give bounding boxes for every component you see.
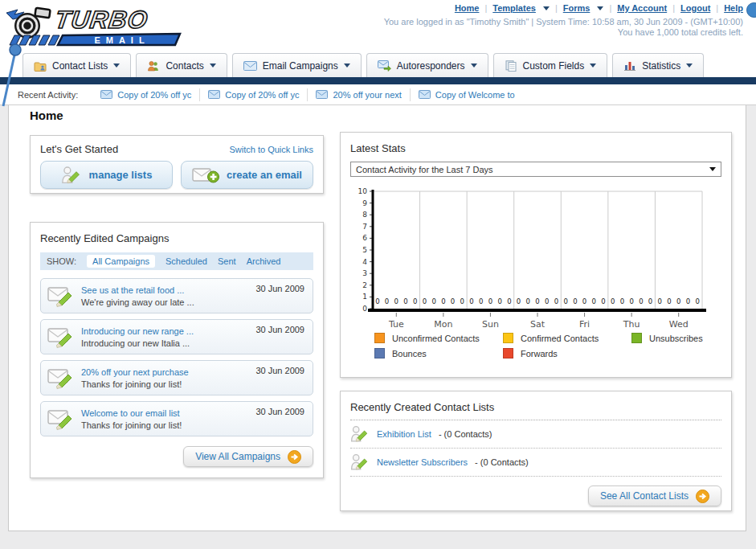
campaign-title-link[interactable]: See us at the retail food ...	[81, 285, 184, 295]
svg-text:0: 0	[592, 297, 596, 305]
campaign-title-link[interactable]: Introducing our new range ...	[81, 326, 194, 336]
app-logo: TURBO EMAIL	[5, 2, 198, 48]
tab-label: Autoresponders	[397, 60, 465, 72]
campaign-subtitle: We're giving away our late ...	[81, 297, 194, 307]
filter-sent[interactable]: Sent	[218, 256, 236, 266]
svg-text:0: 0	[451, 297, 455, 305]
recent-activity-link[interactable]: Copy of Welcome to	[435, 90, 515, 100]
separator	[555, 3, 558, 13]
recent-activity-item[interactable]: 20% off your next	[308, 88, 410, 101]
campaign-row[interactable]: See us at the retail food ... We're givi…	[40, 278, 313, 313]
top-nav-home[interactable]: Home	[455, 3, 480, 13]
switch-quick-links[interactable]: Switch to Quick Links	[229, 145, 313, 154]
svg-text:Mon: Mon	[434, 319, 452, 330]
campaign-row[interactable]: 20% off your next purchase Thanks for jo…	[40, 360, 313, 395]
contact-activity-chart: 01234567891000000Tue00000Mon00000Sun0000…	[350, 186, 721, 331]
tab-autoresponders[interactable]: Autoresponders	[366, 53, 488, 77]
tab-statistics[interactable]: Statistics	[612, 53, 704, 77]
recent-activity-link[interactable]: Copy of 20% off yc	[117, 90, 191, 100]
tab-label: Email Campaigns	[263, 60, 338, 72]
campaign-date: 30 Jun 2009	[255, 407, 304, 416]
envelope-plus-icon	[192, 166, 219, 184]
recent-activity-item[interactable]: Copy of Welcome to	[411, 88, 523, 101]
svg-text:10: 10	[358, 187, 368, 195]
campaign-title-link[interactable]: 20% off your next purchase	[81, 367, 189, 377]
campaign-subtitle: Thanks for joining our list!	[81, 420, 182, 430]
recent-activity-link[interactable]: Copy of 20% off yc	[225, 90, 299, 100]
custom-fields-icon	[505, 60, 517, 72]
login-status: You are logged in as "Timothy Smith" | S…	[384, 17, 743, 27]
create-email-label: create an email	[227, 169, 302, 181]
svg-text:0: 0	[620, 297, 624, 305]
svg-text:0: 0	[611, 297, 615, 305]
svg-text:0: 0	[676, 297, 680, 305]
manage-lists-button[interactable]: manage lists	[40, 161, 173, 189]
contact-list-link[interactable]: Newsletter Subscribers	[377, 457, 468, 467]
campaign-title-link[interactable]: Welcome to our email list	[81, 408, 180, 418]
chevron-down-icon	[113, 64, 120, 68]
contacts-icon	[147, 60, 160, 72]
campaigns-panel: Recently Edited Campaigns SHOW: All Camp…	[30, 222, 324, 478]
tab-label: Contacts	[166, 60, 203, 72]
contact-list-row[interactable]: Newsletter Subscribers - (0 Contacts)	[350, 449, 721, 477]
see-all-contact-lists-button[interactable]: See All Contact Lists	[588, 485, 721, 506]
campaign-row[interactable]: Welcome to our email list Thanks for joi…	[40, 401, 313, 436]
campaign-subtitle: Introducing our new Italia ...	[81, 338, 190, 348]
stats-period-select[interactable]: Contact Activity for the Last 7 Days	[350, 162, 721, 177]
campaign-date: 30 Jun 2009	[255, 284, 304, 293]
svg-text:0: 0	[563, 297, 567, 305]
recent-activity-link[interactable]: 20% off your next	[333, 90, 401, 100]
svg-text:0: 0	[667, 297, 671, 305]
contact-lists-title: Recently Created Contact Lists	[350, 401, 494, 413]
svg-text:0: 0	[535, 297, 539, 305]
recent-activity-item[interactable]: Copy of 20% off yc	[92, 88, 200, 101]
blue-bubble-icon	[746, 2, 756, 18]
svg-text:Tue: Tue	[388, 319, 404, 330]
person-pencil-icon	[350, 452, 370, 473]
top-nav-help[interactable]: Help	[724, 3, 743, 13]
filter-all-campaigns[interactable]: All Campaigns	[87, 255, 155, 268]
svg-text:0: 0	[507, 297, 511, 305]
legend-label: Confirmed Contacts	[521, 334, 599, 343]
filter-scheduled[interactable]: Scheduled	[166, 256, 207, 266]
svg-text:0: 0	[582, 297, 586, 305]
chevron-down-icon	[210, 64, 216, 68]
campaign-row[interactable]: Introducing our new range ... Introducin…	[40, 319, 313, 354]
svg-text:0: 0	[601, 297, 605, 305]
recent-activity-item[interactable]: Copy of 20% off yc	[200, 88, 308, 101]
main-nav-tabs: Contact Lists Contacts Email Campaigns A…	[22, 53, 704, 77]
statistics-icon	[623, 60, 636, 71]
legend-swatch	[503, 348, 513, 358]
svg-text:5: 5	[362, 246, 367, 254]
top-nav-forms[interactable]: Forms	[563, 3, 590, 13]
tab-email-campaigns[interactable]: Email Campaigns	[232, 53, 362, 77]
chevron-down-icon	[471, 64, 477, 68]
view-all-campaigns-button[interactable]: View All Campaigns	[183, 446, 313, 467]
svg-text:0: 0	[394, 297, 398, 305]
chevron-down-icon	[597, 6, 603, 10]
top-nav-templates[interactable]: Templates	[492, 3, 536, 13]
tab-label: Statistics	[642, 60, 680, 72]
tab-custom-fields[interactable]: Custom Fields	[493, 53, 608, 77]
tab-contacts[interactable]: Contacts	[136, 53, 227, 77]
contact-list-row[interactable]: Exhibition List - (0 Contacts)	[350, 420, 721, 449]
envelope-pencil-icon	[47, 284, 75, 308]
contact-list-link[interactable]: Exhibition List	[377, 429, 431, 439]
arrow-right-icon	[696, 490, 709, 503]
manage-lists-label: manage lists	[89, 169, 153, 181]
tab-contact-lists[interactable]: Contact Lists	[22, 53, 131, 77]
svg-text:0: 0	[403, 297, 407, 305]
filter-archived[interactable]: Archived	[247, 256, 281, 266]
top-nav-my-account[interactable]: My Account	[617, 3, 667, 13]
envelope-icon	[208, 90, 220, 99]
svg-text:Sat: Sat	[530, 319, 546, 330]
contact-list-count: - (0 Contacts)	[475, 457, 529, 467]
svg-text:0: 0	[686, 297, 690, 305]
svg-text:0: 0	[629, 297, 633, 305]
recent-activity-bar: Recent Activity: Copy of 20% off yc Copy…	[0, 84, 756, 105]
tab-label: Contact Lists	[52, 60, 108, 72]
svg-text:0: 0	[362, 305, 367, 313]
top-nav-logout[interactable]: Logout	[680, 3, 710, 13]
chevron-down-icon	[344, 64, 350, 68]
create-email-button[interactable]: create an email	[181, 161, 313, 189]
